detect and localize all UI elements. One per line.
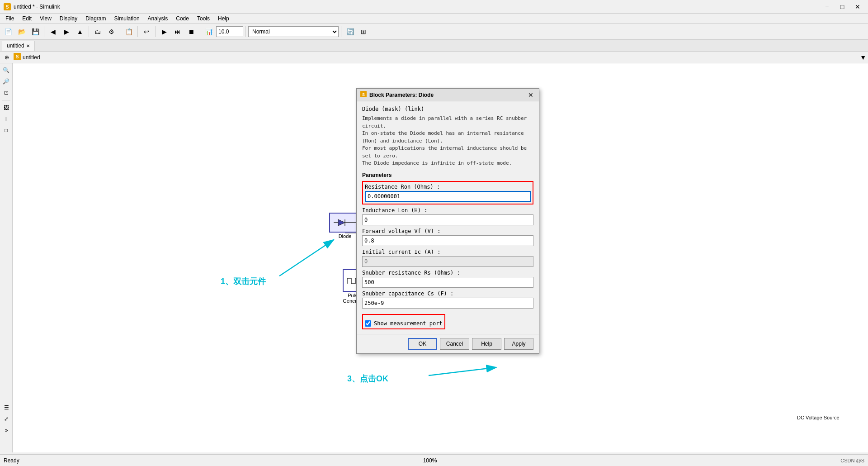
param-label-rs: Snubber resistance Rs (Ohms) : (362, 270, 533, 276)
svg-marker-17 (338, 219, 345, 226)
close-button[interactable]: ✕ (851, 2, 864, 11)
cancel-button[interactable]: Cancel (440, 338, 469, 350)
dialog-content: Diode (mask) (link) Implements a diode i… (357, 101, 539, 334)
content-area: 🔍 🔎 ⊡ 🖼 T □ ☰ ⤢ » (0, 63, 868, 452)
param-row-cs: Snubber capacitance Cs (F) : (362, 290, 533, 309)
back-button[interactable]: ◀ (47, 25, 59, 38)
param-input-ic (362, 256, 533, 267)
ok-button[interactable]: OK (408, 338, 437, 350)
menu-help[interactable]: Help (214, 14, 233, 23)
toolbar-separator-3 (120, 26, 120, 37)
sidebar-zoom-out[interactable]: 🔎 (1, 76, 11, 86)
dialog-icon: S (360, 91, 367, 99)
library-button[interactable]: 🗂 (91, 25, 104, 38)
measurement-port-checkbox[interactable] (365, 320, 371, 327)
scope-button[interactable]: 📊 (203, 25, 215, 38)
canvas-area[interactable]: Continuous powergui m Diode (13, 63, 868, 452)
status-bar: Ready 100% CSDN @S (0, 454, 868, 466)
open-button[interactable]: 📂 (15, 25, 28, 38)
breadcrumb-path: untitled (23, 54, 40, 61)
svg-line-15 (429, 367, 496, 376)
menu-file[interactable]: File (2, 14, 18, 23)
param-input-ron[interactable] (365, 191, 531, 202)
menu-edit[interactable]: Edit (19, 14, 35, 23)
refresh-button[interactable]: 🔄 (344, 25, 356, 38)
save-button[interactable]: 💾 (29, 25, 42, 38)
sidebar-bottom-btn1[interactable]: ☰ (1, 403, 11, 413)
sidebar-rect[interactable]: □ (1, 125, 11, 135)
toolbar-separator-7 (245, 26, 246, 37)
toolbar: 📄 📂 💾 ◀ ▶ ▲ 🗂 ⚙ 📋 ↩ ▶ ⏭ ⏹ 📊 10.0 Normal … (0, 24, 868, 40)
title-bar-controls: − □ ✕ (820, 2, 864, 11)
param-label-cs: Snubber capacitance Cs (F) : (362, 290, 533, 297)
param-label-lon: Inductance Lon (H) : (362, 207, 533, 214)
status-text: Ready (4, 457, 19, 464)
block-parameters-dialog: S Block Parameters: Diode ✕ Diode (mask)… (356, 88, 539, 354)
toolbar-separator-4 (137, 26, 138, 37)
checkbox-container: Show measurement port (362, 314, 445, 329)
dialog-params-label: Parameters (362, 172, 533, 178)
minimize-button[interactable]: − (820, 2, 834, 11)
sidebar-fit[interactable]: ⊡ (1, 88, 11, 98)
sidebar-bottom-btn2[interactable]: ⤢ (1, 414, 11, 424)
param-input-lon[interactable] (362, 214, 533, 225)
menu-simulation[interactable]: Simulation (111, 14, 143, 23)
apply-button[interactable]: Apply (504, 338, 533, 350)
help-button[interactable]: Help (472, 338, 501, 350)
toolbar-separator-2 (89, 26, 89, 37)
sidebar-sep-1 (2, 100, 10, 100)
menu-analysis[interactable]: Analysis (144, 14, 172, 23)
svg-line-13 (279, 240, 334, 276)
model-tabs: untitled ✕ (0, 40, 868, 52)
grid-button[interactable]: ⊞ (357, 25, 370, 38)
annotation-step1: 1、双击元件 (221, 276, 266, 287)
menu-code[interactable]: Code (172, 14, 193, 23)
dialog-title-left: S Block Parameters: Diode (360, 91, 434, 99)
maximize-button[interactable]: □ (835, 2, 849, 11)
menu-diagram[interactable]: Diagram (82, 14, 109, 23)
diode-label: Diode (339, 233, 352, 239)
param-input-vf[interactable] (362, 235, 533, 246)
toolbar-separator-8 (341, 26, 341, 37)
status-right: CSDN @S (840, 458, 864, 463)
paste-button[interactable]: 📋 (123, 25, 135, 38)
up-button[interactable]: ▲ (74, 25, 86, 38)
stop-button[interactable]: ⏹ (185, 25, 198, 38)
menu-bar: File Edit View Display Diagram Simulatio… (0, 14, 868, 24)
forward-button[interactable]: ▶ (60, 25, 73, 38)
title-text: untitled * - Simulink (14, 4, 60, 10)
sidebar-bottom-expand[interactable]: » (1, 425, 11, 435)
svg-text:S: S (362, 92, 365, 97)
dialog-close-button[interactable]: ✕ (526, 90, 535, 100)
dialog-footer: OK Cancel Help Apply (357, 334, 539, 353)
menu-view[interactable]: View (36, 14, 55, 23)
param-input-cs[interactable] (362, 298, 533, 309)
checkbox-row: Show measurement port (365, 320, 443, 327)
dialog-description: Implements a diode in parallel with a se… (362, 115, 533, 167)
breadcrumb-home-button[interactable]: ⊕ (2, 52, 12, 62)
model-tab-untitled[interactable]: untitled ✕ (2, 41, 35, 51)
param-row-ron: Resistance Ron (Ohms) : (362, 181, 533, 204)
sidebar-image[interactable]: 🖼 (1, 103, 11, 113)
model-tab-label: untitled (7, 43, 24, 49)
zoom-input[interactable]: 10.0 (216, 26, 243, 37)
sidebar-text[interactable]: T (1, 114, 11, 124)
play-button[interactable]: ▶ (158, 25, 170, 38)
param-row-vf: Forward voltage Vf (V) : (362, 228, 533, 246)
breadcrumb-expand[interactable]: ▼ (860, 54, 866, 61)
simulink-icon: S (4, 3, 11, 10)
param-input-rs[interactable] (362, 277, 533, 288)
menu-display[interactable]: Display (56, 14, 81, 23)
sim-mode-select[interactable]: Normal (248, 26, 339, 37)
step-button[interactable]: ⏭ (171, 25, 184, 38)
new-button[interactable]: 📄 (2, 25, 14, 38)
sidebar-zoom-in[interactable]: 🔍 (1, 65, 11, 75)
model-tab-close[interactable]: ✕ (26, 43, 30, 48)
menu-tools[interactable]: Tools (193, 14, 213, 23)
dialog-titlebar: S Block Parameters: Diode ✕ (357, 89, 539, 101)
undo-button[interactable]: ↩ (140, 25, 153, 38)
settings-button[interactable]: ⚙ (105, 25, 118, 38)
left-sidebar: 🔍 🔎 ⊡ 🖼 T □ ☰ ⤢ » (0, 63, 13, 452)
toolbar-separator-6 (200, 26, 200, 37)
param-label-ron: Resistance Ron (Ohms) : (365, 184, 531, 190)
